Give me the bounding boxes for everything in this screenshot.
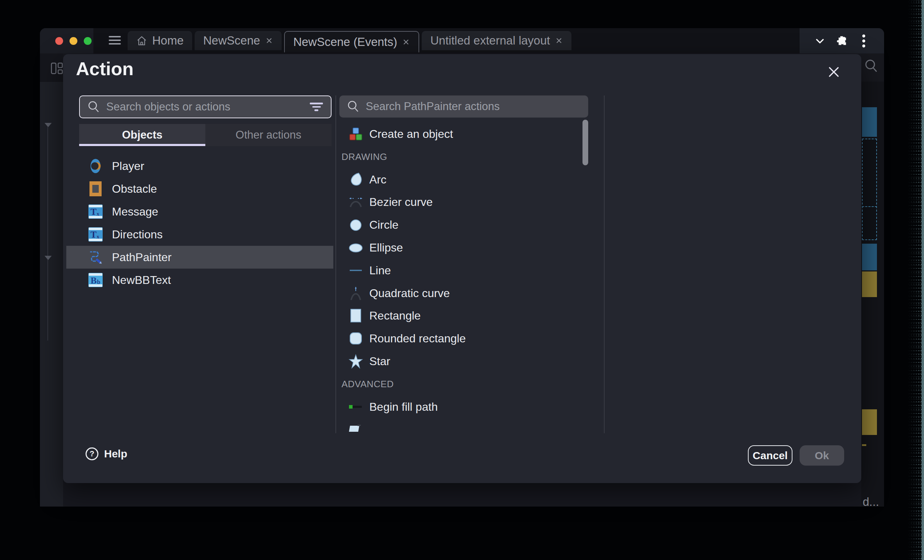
scrollbar-thumb[interactable] [582, 120, 588, 165]
quadratic-icon [348, 285, 364, 301]
object-tabs: Objects Other actions [79, 124, 332, 146]
tab-newscene-events[interactable]: NewScene (Events) [284, 31, 420, 52]
object-label: Message [112, 205, 158, 219]
object-row-newbbtext[interactable]: BbNewBBText [66, 269, 333, 291]
clipped-background-text: d... [862, 495, 879, 509]
line-icon [348, 262, 364, 278]
search-icon [88, 100, 100, 113]
action-label: Ellipse [369, 241, 403, 255]
action-row-star[interactable]: Star [339, 350, 603, 373]
action-label: Rounded rectangle [369, 332, 466, 345]
toolbar-fragment [861, 54, 884, 82]
object-search-box [79, 96, 332, 118]
text-icon: Tx [88, 204, 104, 219]
titlebar-actions [800, 28, 884, 54]
chevron-down-icon[interactable] [813, 34, 826, 47]
tab-close-icon[interactable] [555, 37, 563, 45]
tree-collapse-icon[interactable] [45, 123, 52, 127]
object-row-directions[interactable]: TxDirections [66, 223, 333, 246]
close-icon[interactable] [827, 66, 840, 78]
ellipse-icon [348, 240, 364, 255]
event-block [862, 271, 877, 297]
event-block [862, 444, 866, 446]
clipped-partial-icon [348, 421, 364, 432]
action-row-ellipse[interactable]: Ellipse [339, 236, 603, 259]
svg-text:T: T [90, 207, 97, 217]
svg-text:B: B [90, 276, 97, 286]
action-row-bezier-curve[interactable]: Bezier curve [339, 190, 603, 213]
layout-panels-icon[interactable] [51, 62, 63, 78]
arc-icon [348, 172, 364, 187]
action-row-line[interactable]: Line [339, 259, 603, 282]
action-label: Circle [369, 219, 399, 232]
action-search-box [339, 96, 588, 118]
tree-collapse-icon[interactable] [45, 256, 52, 260]
tab-close-icon[interactable] [402, 38, 410, 46]
tab-label: Home [152, 34, 184, 47]
path-painter-icon [88, 249, 104, 265]
search-icon[interactable] [864, 58, 879, 75]
obstacle-icon [88, 181, 104, 197]
object-search-input[interactable] [105, 100, 307, 114]
event-block-divider [862, 206, 877, 207]
action-label: Bezier curve [369, 196, 433, 209]
tab-close-icon[interactable] [265, 37, 273, 45]
svg-text:x: x [97, 211, 99, 217]
tab-objects[interactable]: Objects [79, 124, 206, 146]
event-block [862, 107, 877, 137]
object-row-player[interactable]: Player [66, 154, 333, 177]
panel-divider [336, 96, 336, 433]
action-label: Arc [369, 173, 386, 186]
help-button[interactable]: ? Help [86, 448, 127, 460]
action-row-create-an-object[interactable]: Create an object [339, 123, 603, 145]
hamburger-menu-icon[interactable] [109, 36, 121, 46]
tab-label: NewScene [203, 34, 260, 47]
title-bar: HomeNewSceneNewScene (Events)Untitled ex… [40, 28, 884, 54]
events-editor-right-edge: d... [861, 54, 884, 506]
create-object-icon [348, 126, 364, 142]
circle-icon [348, 217, 364, 233]
extensions-puzzle-icon[interactable] [835, 34, 848, 47]
app-window: HomeNewSceneNewScene (Events)Untitled ex… [40, 28, 884, 506]
action-label: Line [369, 264, 391, 277]
cancel-button[interactable]: Cancel [748, 445, 792, 466]
action-label: Begin fill path [369, 400, 438, 413]
action-row-arc[interactable]: Arc [339, 168, 603, 191]
action-row-rectangle[interactable]: Rectangle [339, 304, 603, 327]
action-row-circle[interactable]: Circle [339, 213, 603, 236]
action-search-input[interactable] [365, 100, 588, 113]
action-row-quadratic-curve[interactable]: Quadratic curve [339, 282, 603, 305]
action-label: Star [369, 355, 390, 368]
svg-text:b: b [97, 279, 100, 285]
object-row-pathpainter[interactable]: PathPainter [66, 246, 333, 269]
object-row-obstacle[interactable]: Obstacle [66, 177, 333, 200]
action-label: Quadratic curve [369, 287, 450, 300]
rectangle-icon [348, 308, 364, 323]
begin-fill-path-icon [348, 399, 364, 415]
object-label: PathPainter [112, 251, 171, 264]
action-row-rounded-rectangle[interactable]: Rounded rectangle [339, 327, 603, 350]
home-icon [136, 35, 147, 46]
star-icon [348, 353, 364, 369]
object-row-message[interactable]: TxMessage [66, 200, 333, 223]
object-list: PlayerObstacleTxMessageTxDirectionsPathP… [66, 154, 333, 293]
ok-button[interactable]: Ok [800, 445, 844, 466]
traffic-light-minimize[interactable] [69, 37, 77, 45]
action-row-clipped[interactable] [339, 418, 603, 432]
action-label: Rectangle [369, 309, 421, 322]
action-list: Create an objectDRAWINGArcBezier curveCi… [339, 123, 603, 432]
panel-divider [604, 96, 604, 433]
tab-other-actions[interactable]: Other actions [206, 124, 332, 146]
tab-home[interactable]: Home [128, 31, 192, 50]
object-label: NewBBText [112, 274, 171, 287]
traffic-light-maximize[interactable] [84, 37, 92, 45]
filter-icon[interactable] [310, 103, 323, 111]
action-row-begin-fill-path[interactable]: Begin fill path [339, 395, 603, 418]
event-block-selected [862, 139, 877, 240]
wallpaper-edge [921, 0, 924, 560]
tab-newscene[interactable]: NewScene [195, 31, 282, 50]
traffic-lights [40, 28, 93, 54]
tab-untitled-external-layout[interactable]: Untitled external layout [422, 31, 572, 50]
traffic-light-close[interactable] [55, 37, 63, 45]
kebab-menu-icon[interactable] [857, 34, 870, 47]
